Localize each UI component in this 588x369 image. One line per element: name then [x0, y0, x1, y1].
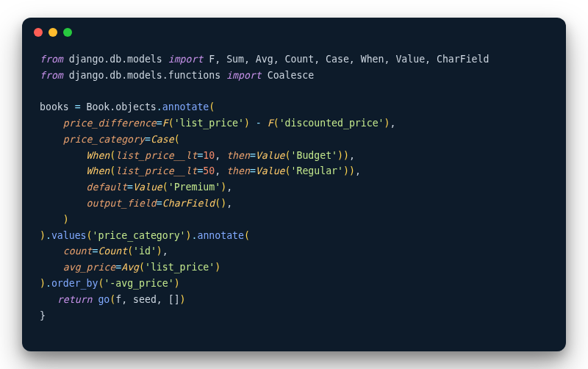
line-14: avg_price=Avg('list_price') [40, 262, 220, 273]
line-4: books = Book.objects.annotate( [40, 101, 215, 112]
line-6: price_category=Case( [40, 134, 180, 145]
line-12: ).values('price_category').annotate( [40, 230, 250, 241]
line-5: price_difference=F('list_price') - F('di… [40, 118, 395, 129]
zoom-icon[interactable] [63, 28, 72, 37]
minimize-icon[interactable] [49, 28, 57, 37]
line-15: ).order_by('-avg_price') [40, 278, 180, 289]
code-block: from django.db.models import F, Sum, Avg… [22, 47, 566, 338]
line-9: default=Value('Premium'), [40, 182, 232, 193]
line-8: When(list_price__lt=50, then=Value('Regu… [40, 165, 361, 176]
line-2: from django.db.models.functions import C… [40, 70, 314, 81]
titlebar [22, 18, 566, 47]
line-11: ) [40, 214, 69, 225]
line-17: } [40, 310, 46, 321]
line-16: return go(f, seed, []) [40, 294, 186, 305]
line-7: When(list_price__lt=10, then=Value('Budg… [40, 150, 355, 161]
line-13: count=Count('id'), [40, 246, 168, 257]
code-window: from django.db.models import F, Sum, Avg… [22, 18, 566, 351]
close-icon[interactable] [34, 28, 43, 37]
line-10: output_field=CharField(), [40, 198, 232, 209]
line-1: from django.db.models import F, Sum, Avg… [40, 54, 489, 65]
